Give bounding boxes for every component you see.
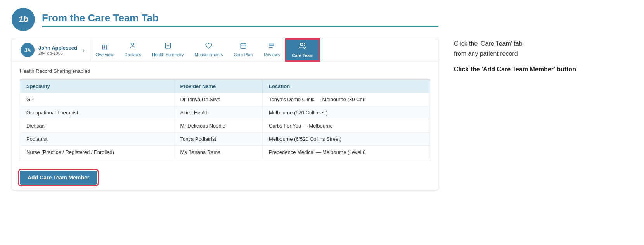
tab-contacts-label: Contacts <box>124 52 141 57</box>
tab-measurements-label: Measurements <box>195 52 223 57</box>
table-cell: Dietitian <box>20 119 174 133</box>
measurements-icon <box>205 42 212 51</box>
tab-health-summary-label: Health Summary <box>152 52 184 57</box>
tab-reviews-label: Reviews <box>264 52 280 57</box>
table-cell: GP <box>20 93 174 106</box>
care-team-table: Speciality Provider Name Location GPDr T… <box>20 79 430 159</box>
tab-care-team[interactable]: Care Team <box>285 38 320 62</box>
table-row: Nurse (Practice / Registered / Enrolled)… <box>20 146 430 159</box>
health-summary-icon <box>164 42 171 51</box>
avatar: JA <box>21 43 35 57</box>
reviews-icon <box>268 42 275 51</box>
svg-point-11 <box>300 43 303 46</box>
table-cell: Mr Delicious Noodle <box>174 119 262 133</box>
table-row: DietitianMr Delicious NoodleCarbs For Yo… <box>20 119 430 133</box>
svg-point-0 <box>132 43 134 45</box>
table-row: GPDr Tonya De SilvaTonya's Demo Clinic —… <box>20 93 430 106</box>
tab-measurements[interactable]: Measurements <box>189 39 229 61</box>
heading-area: 1b From the Care Team Tab <box>12 8 438 31</box>
table-cell: Melbourne (520 Collins st) <box>263 106 430 119</box>
tab-care-team-label: Care Team <box>292 53 313 58</box>
contacts-icon <box>129 42 136 51</box>
tab-contacts[interactable]: Contacts <box>119 39 146 61</box>
instruction-bold: Click the 'Add Care Team Member' button <box>454 65 601 74</box>
overview-icon: ⊞ <box>102 43 107 51</box>
patient-dob: 28-Feb-1965 <box>38 51 77 55</box>
table-cell: Dr Tonya De Silva <box>174 93 262 106</box>
add-button-row: Add Care Team Member <box>12 165 438 190</box>
table-cell: Tonya's Demo Clinic — Melbourne (30 Chri <box>263 93 430 106</box>
care-team-icon <box>299 42 306 52</box>
step-badge-text: 1b <box>18 14 28 24</box>
page-container: 1b From the Care Team Tab JA John Apples… <box>12 8 632 190</box>
table-cell: Tonya Podiatrist <box>174 133 262 146</box>
right-section: Click the 'Care Team' tab from any patie… <box>454 8 601 74</box>
table-cell: Melbourne (6/520 Collins Street) <box>263 133 430 146</box>
tab-bar: JA John Appleseed 28-Feb-1965 › ⊞ Overvi… <box>12 38 438 62</box>
instruction-text: Click the 'Care Team' tab from any patie… <box>454 39 601 59</box>
tab-health-summary[interactable]: Health Summary <box>147 39 189 61</box>
chevron-right-icon: › <box>83 47 85 53</box>
table-cell: Carbs For You — Melbourne <box>263 119 430 133</box>
left-section: 1b From the Care Team Tab JA John Apples… <box>12 8 438 190</box>
patient-details: John Appleseed 28-Feb-1965 <box>38 45 77 55</box>
tab-overview-label: Overview <box>96 52 114 57</box>
patient-name: John Appleseed <box>38 45 77 51</box>
svg-rect-4 <box>241 43 246 49</box>
content-area: Health Record Sharing enabled Speciality… <box>12 62 438 165</box>
tab-care-plan-label: Care Plan <box>234 52 253 57</box>
table-cell: Occupational Therapist <box>20 106 174 119</box>
table-cell: Ms Banana Rama <box>174 146 262 159</box>
tab-overview[interactable]: ⊞ Overview <box>90 40 119 61</box>
col-location: Location <box>263 80 430 93</box>
sharing-notice: Health Record Sharing enabled <box>20 68 430 74</box>
tab-care-plan[interactable]: Care Plan <box>229 39 258 61</box>
col-provider-name: Provider Name <box>174 80 262 93</box>
care-plan-icon <box>240 42 247 51</box>
record-card: JA John Appleseed 28-Feb-1965 › ⊞ Overvi… <box>12 38 438 190</box>
table-cell: Allied Health <box>174 106 262 119</box>
patient-info[interactable]: JA John Appleseed 28-Feb-1965 › <box>15 39 90 61</box>
table-cell: Nurse (Practice / Registered / Enrolled) <box>20 146 174 159</box>
instruction-line2: from any patient record <box>454 50 518 57</box>
table-row: Occupational TherapistAllied HealthMelbo… <box>20 106 430 119</box>
instruction-line1: Click the 'Care Team' tab <box>454 40 523 47</box>
table-cell: Precedence Medical — Melbourne (Level 6 <box>263 146 430 159</box>
tabs-container: ⊞ Overview Contacts <box>90 38 435 62</box>
tab-reviews[interactable]: Reviews <box>258 39 285 61</box>
table-row: PodiatristTonya PodiatristMelbourne (6/5… <box>20 133 430 146</box>
add-care-team-member-button[interactable]: Add Care Team Member <box>20 171 97 185</box>
step-badge: 1b <box>12 8 35 31</box>
table-header-row: Speciality Provider Name Location <box>20 80 430 93</box>
page-title: From the Care Team Tab <box>42 12 438 27</box>
col-speciality: Speciality <box>20 80 174 93</box>
table-cell: Podiatrist <box>20 133 174 146</box>
